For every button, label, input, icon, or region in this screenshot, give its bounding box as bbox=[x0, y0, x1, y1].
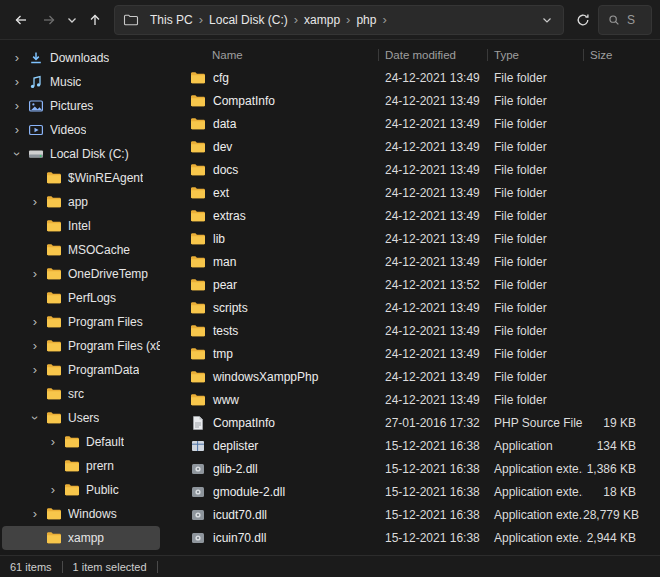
folder-icon bbox=[190, 231, 206, 247]
sidebar-item-intel[interactable]: Intel bbox=[2, 214, 160, 238]
breadcrumb-segment-php[interactable]: php bbox=[351, 10, 381, 30]
file-row-gmodule-2-dll[interactable]: gmodule-2.dll15-12-2021 16:38Application… bbox=[162, 480, 660, 503]
back-button[interactable] bbox=[8, 6, 34, 34]
address-bar[interactable]: This PC›Local Disk (C:)›xampp›php› bbox=[114, 5, 564, 35]
chevron-right-icon[interactable]: › bbox=[30, 509, 40, 519]
sidebar-item-windows[interactable]: ›Windows bbox=[2, 502, 160, 526]
breadcrumb-segment-local-disk-c[interactable]: Local Disk (C:) bbox=[204, 10, 293, 30]
chevron-right-icon[interactable]: › bbox=[12, 125, 22, 135]
chevron-right-icon[interactable]: › bbox=[48, 437, 58, 447]
chevron-down-icon[interactable]: › bbox=[30, 413, 40, 423]
file-name: dev bbox=[213, 140, 232, 154]
up-button[interactable] bbox=[82, 6, 108, 34]
file-row-www[interactable]: www24-12-2021 13:49File folder bbox=[162, 388, 660, 411]
chevron-right-icon[interactable]: › bbox=[30, 317, 40, 327]
chevron-right-icon[interactable]: › bbox=[30, 269, 40, 279]
file-row-windowsxamppphp[interactable]: windowsXamppPhp24-12-2021 13:49File fold… bbox=[162, 365, 660, 388]
file-row-deplister[interactable]: deplister15-12-2021 16:38Application134 … bbox=[162, 434, 660, 457]
file-row-compatinfo[interactable]: CompatInfo27-01-2016 17:32PHP Source Fil… bbox=[162, 411, 660, 434]
sidebar-item-music[interactable]: ›Music bbox=[2, 70, 160, 94]
file-row-icudt70-dll[interactable]: icudt70.dll15-12-2021 16:38Application e… bbox=[162, 503, 660, 526]
sidebar-item-label: Downloads bbox=[50, 51, 109, 65]
file-type: File folder bbox=[487, 347, 583, 361]
current-folder-icon bbox=[123, 12, 139, 28]
refresh-button[interactable] bbox=[570, 6, 596, 34]
file-row-icuin70-dll[interactable]: icuin70.dll15-12-2021 16:38Application e… bbox=[162, 526, 660, 549]
sidebar-item-users[interactable]: ›Users bbox=[2, 406, 160, 430]
sidebar-item-local-disk-c[interactable]: ›Local Disk (C:) bbox=[2, 142, 160, 166]
file-row-man[interactable]: man24-12-2021 13:49File folder bbox=[162, 250, 660, 273]
file-row-scripts[interactable]: scripts24-12-2021 13:49File folder bbox=[162, 296, 660, 319]
file-row-tests[interactable]: tests24-12-2021 13:49File folder bbox=[162, 319, 660, 342]
sidebar-item-prern[interactable]: prern bbox=[2, 454, 160, 478]
file-date-modified: 24-12-2021 13:49 bbox=[378, 209, 487, 223]
chevron-right-icon[interactable]: › bbox=[30, 365, 40, 375]
breadcrumb-segment-xampp[interactable]: xampp bbox=[299, 10, 345, 30]
chevron-right-icon[interactable]: › bbox=[30, 197, 40, 207]
chevron-right-icon[interactable]: › bbox=[12, 77, 22, 87]
file-date-modified: 24-12-2021 13:49 bbox=[378, 347, 487, 361]
breadcrumb-separator[interactable]: › bbox=[381, 12, 387, 27]
file-row-cfg[interactable]: cfg24-12-2021 13:49File folder bbox=[162, 66, 660, 89]
file-explorer-window: This PC›Local Disk (C:)›xampp›php› S ›Do… bbox=[0, 0, 660, 577]
column-header-name[interactable]: Name bbox=[162, 44, 378, 66]
status-divider bbox=[62, 561, 63, 573]
file-name: extras bbox=[213, 209, 246, 223]
folder-icon bbox=[190, 70, 206, 86]
file-row-docs[interactable]: docs24-12-2021 13:49File folder bbox=[162, 158, 660, 181]
file-row-glib-2-dll[interactable]: glib-2.dll15-12-2021 16:38Application ex… bbox=[162, 457, 660, 480]
sidebar-item-onedrivetemp[interactable]: ›OneDriveTemp bbox=[2, 262, 160, 286]
column-header-size[interactable]: Size bbox=[583, 44, 660, 66]
sidebar-item-src[interactable]: src bbox=[2, 382, 160, 406]
sidebar-item-programdata[interactable]: ›ProgramData bbox=[2, 358, 160, 382]
file-name-cell: windowsXamppPhp bbox=[162, 369, 378, 385]
sidebar-item-label: Default bbox=[86, 435, 124, 449]
folder-icon bbox=[46, 314, 62, 330]
search-input[interactable]: S bbox=[598, 5, 652, 35]
address-dropdown-icon[interactable] bbox=[539, 12, 555, 28]
sidebar-item-default[interactable]: ›Default bbox=[2, 430, 160, 454]
file-name-cell: www bbox=[162, 392, 378, 408]
column-header-date-modified[interactable]: Date modified bbox=[378, 44, 487, 66]
recent-locations-button[interactable] bbox=[64, 6, 80, 34]
breadcrumb-segment-this-pc[interactable]: This PC bbox=[145, 10, 198, 30]
file-row-lib[interactable]: lib24-12-2021 13:49File folder bbox=[162, 227, 660, 250]
chevron-right-icon[interactable]: › bbox=[12, 101, 22, 111]
column-headers: NameDate modifiedTypeSize bbox=[162, 44, 660, 66]
folder-icon bbox=[190, 185, 206, 201]
sidebar-item-program-files-x86[interactable]: ›Program Files (x86) bbox=[2, 334, 160, 358]
sidebar-item-app[interactable]: ›app bbox=[2, 190, 160, 214]
sidebar-item-label: PerfLogs bbox=[68, 291, 116, 305]
folder-icon bbox=[46, 170, 62, 186]
file-row-pear[interactable]: pear24-12-2021 13:52File folder bbox=[162, 273, 660, 296]
folder-icon bbox=[190, 254, 206, 270]
sidebar-item-perflogs[interactable]: PerfLogs bbox=[2, 286, 160, 310]
file-row-data[interactable]: data24-12-2021 13:49File folder bbox=[162, 112, 660, 135]
sidebar-item-xampp[interactable]: xampp bbox=[2, 526, 160, 550]
sidebar-item-winreagent[interactable]: $WinREAgent bbox=[2, 166, 160, 190]
file-name-cell: man bbox=[162, 254, 378, 270]
sidebar-item-videos[interactable]: ›Videos bbox=[2, 118, 160, 142]
chevron-down-icon[interactable]: › bbox=[12, 149, 22, 159]
file-name: icudt70.dll bbox=[213, 508, 267, 522]
file-row-extras[interactable]: extras24-12-2021 13:49File folder bbox=[162, 204, 660, 227]
file-row-ext[interactable]: ext24-12-2021 13:49File folder bbox=[162, 181, 660, 204]
file-row-compatinfo[interactable]: CompatInfo24-12-2021 13:49File folder bbox=[162, 89, 660, 112]
chevron-right-icon[interactable]: › bbox=[30, 341, 40, 351]
sidebar-item-public[interactable]: ›Public bbox=[2, 478, 160, 502]
chevron-right-icon[interactable]: › bbox=[48, 485, 58, 495]
sidebar-item-downloads[interactable]: ›Downloads bbox=[2, 46, 160, 70]
chevron-right-icon[interactable]: › bbox=[12, 53, 22, 63]
sidebar-item-msocache[interactable]: MSOCache bbox=[2, 238, 160, 262]
column-header-type[interactable]: Type bbox=[487, 44, 583, 66]
file-row-tmp[interactable]: tmp24-12-2021 13:49File folder bbox=[162, 342, 660, 365]
php-icon bbox=[190, 415, 206, 431]
file-date-modified: 15-12-2021 16:38 bbox=[378, 485, 487, 499]
sidebar-item-pictures[interactable]: ›Pictures bbox=[2, 94, 160, 118]
app-icon bbox=[190, 438, 206, 454]
file-row-dev[interactable]: dev24-12-2021 13:49File folder bbox=[162, 135, 660, 158]
sidebar-item-program-files[interactable]: ›Program Files bbox=[2, 310, 160, 334]
dll-icon bbox=[190, 507, 206, 523]
forward-button[interactable] bbox=[36, 6, 62, 34]
sidebar-item-label: xampp bbox=[68, 531, 104, 545]
